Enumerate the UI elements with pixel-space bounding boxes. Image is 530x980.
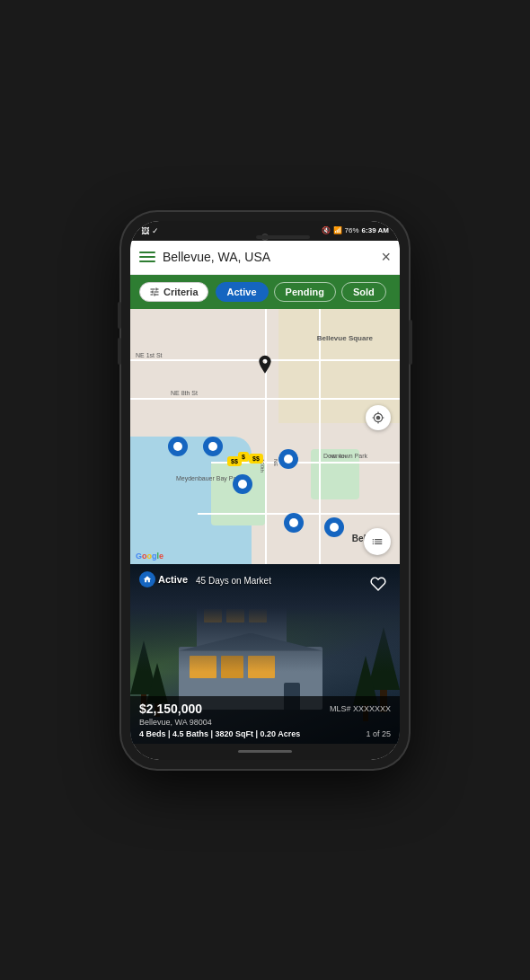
map-marker-1[interactable] — [168, 437, 188, 456]
map-background: NE 1st St NE 8th St NE 4th Bellevue Squa… — [130, 309, 400, 564]
notification-icon: ✓ — [152, 226, 159, 235]
power-button[interactable] — [409, 320, 412, 365]
favorite-button[interactable] — [366, 571, 391, 596]
active-label: Active — [158, 574, 188, 585]
price-tag-3[interactable]: $$ — [249, 454, 263, 464]
tab-active[interactable]: Active — [216, 282, 269, 302]
tab-sold[interactable]: Sold — [341, 282, 386, 302]
google-logo: Google — [136, 552, 163, 561]
volume-up-button[interactable] — [118, 302, 121, 329]
tab-pending[interactable]: Pending — [274, 282, 336, 302]
nav-bar — [130, 744, 400, 760]
property-specs: 4 Beds | 4.5 Baths | 3820 SqFt | 0.20 Ac… — [139, 729, 300, 738]
map-label-downtown-park: Downtown Park — [323, 452, 367, 460]
time-display: 6:39 AM — [362, 226, 389, 234]
map-marker-3[interactable] — [233, 474, 252, 494]
filter-bar: Criteria Active Pending Sold — [130, 275, 400, 309]
active-badge-area: Active 45 Days on Market — [139, 571, 271, 587]
phone-screen: 🖼 ✓ 🔇 📶 76% 6:39 AM Bellevue, WA, USA — [130, 221, 400, 760]
property-card[interactable]: Active 45 Days on Market — [130, 564, 400, 744]
map-marker-6[interactable] — [324, 517, 344, 537]
map-road-100th — [265, 309, 267, 564]
close-button[interactable]: × — [381, 248, 391, 267]
price-mls-row: $2,150,000 MLS# XXXXXXX — [139, 702, 391, 716]
map-label-ne: NE — [273, 459, 278, 466]
mute-icon: 🔇 — [322, 226, 331, 234]
property-image: Active 45 Days on Market — [130, 564, 400, 744]
map-road-bellevue-way — [319, 309, 321, 564]
criteria-button[interactable]: Criteria — [139, 282, 208, 302]
map-label-ne1st: NE 1st St — [136, 352, 163, 358]
card-overlay-top: Active 45 Days on Market — [130, 564, 400, 604]
map-marker-2[interactable] — [203, 437, 223, 456]
locate-button[interactable] — [366, 405, 391, 430]
phone-frame: 🖼 ✓ 🔇 📶 76% 6:39 AM Bellevue, WA, USA — [121, 212, 409, 769]
list-view-button[interactable] — [364, 528, 391, 555]
property-address: Bellevue, WA 98004 — [139, 718, 391, 727]
map-park-meydenbauer — [211, 462, 265, 525]
mls-number: MLS# XXXXXXX — [330, 704, 391, 713]
property-details: $2,150,000 MLS# XXXXXXX Bellevue, WA 980… — [130, 696, 400, 744]
location-bar: Bellevue, WA, USA × — [130, 241, 400, 275]
listing-count: 1 of 25 — [366, 729, 391, 738]
price-tag-2[interactable]: $ — [238, 452, 249, 462]
screenshot-icon: 🖼 — [141, 226, 149, 235]
map-marker-4[interactable] — [278, 449, 298, 469]
status-right: 🔇 📶 76% 6:39 AM — [322, 226, 389, 234]
battery-text: 76% — [345, 226, 359, 234]
filter-tabs: Active Pending Sold — [216, 282, 386, 302]
location-text: Bellevue, WA, USA — [163, 250, 374, 264]
criteria-label: Criteria — [163, 287, 199, 297]
status-left: 🖼 ✓ — [141, 226, 159, 235]
wifi-icon: 📶 — [333, 226, 342, 234]
nav-indicator — [238, 750, 292, 753]
property-specs-row: 4 Beds | 4.5 Baths | 3820 SqFt | 0.20 Ac… — [139, 729, 391, 738]
sliders-icon — [149, 287, 160, 297]
days-on-market: 45 Days on Market — [196, 576, 271, 586]
map-label-ne8th: NE 8th St — [171, 390, 198, 396]
map-label-bellevue-square: Bellevue Square — [317, 334, 373, 342]
map-marker-5[interactable] — [284, 513, 304, 533]
home-icon — [139, 571, 155, 587]
active-badge-inner: Active — [139, 571, 188, 587]
menu-button[interactable] — [139, 252, 155, 262]
speaker — [256, 235, 310, 239]
map-label-meydenbauer: Meydenbauer Bay Park — [176, 474, 242, 482]
screen-content: 🖼 ✓ 🔇 📶 76% 6:39 AM Bellevue, WA, USA — [130, 221, 400, 760]
property-price: $2,150,000 — [139, 702, 202, 716]
selected-pin[interactable] — [256, 355, 274, 384]
map-area[interactable]: NE 1st St NE 8th St NE 4th Bellevue Squa… — [130, 309, 400, 564]
volume-down-button[interactable] — [118, 338, 121, 365]
